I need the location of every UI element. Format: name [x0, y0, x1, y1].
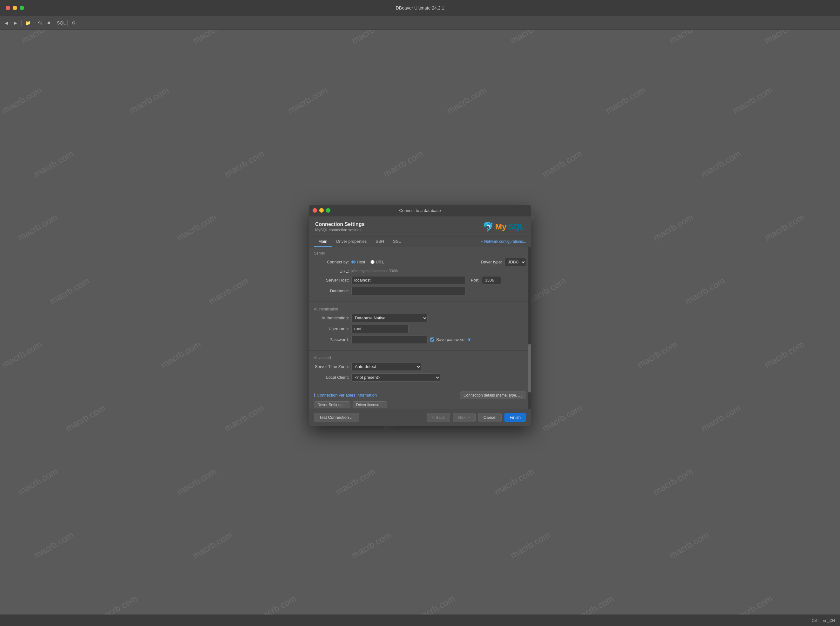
url-label: URL: — [314, 269, 349, 274]
window-controls[interactable] — [6, 6, 24, 10]
username-label: Username: — [314, 326, 349, 331]
statusbar-timezone: CST — [812, 618, 819, 623]
connect-by-radio-group: Host URL — [351, 260, 384, 264]
server-host-field: Port: — [351, 276, 526, 285]
connect-by-field: Host URL Driver type: JDBC — [351, 258, 526, 266]
port-input[interactable] — [482, 276, 501, 285]
url-field: jdbc:mysql://localhost:3306/ — [351, 269, 526, 273]
section-divider-2 — [309, 350, 531, 351]
mysql-logo-sql: SQL — [508, 222, 525, 232]
radio-url-label[interactable]: URL — [376, 260, 384, 264]
titlebar: DBeaver Ultimate 24.2.1 — [0, 0, 840, 16]
app-title: DBeaver Ultimate 24.2.1 — [396, 5, 444, 11]
advanced-section: Advanced Server Time Zone: Auto-detect U… — [309, 352, 531, 387]
server-section-label: Server — [314, 250, 526, 255]
local-client-select[interactable]: <not present> — [351, 373, 440, 382]
server-tz-row: Server Time Zone: Auto-detect UTC — [314, 363, 526, 371]
dialog-minimize-button[interactable] — [319, 208, 324, 213]
password-label: Password: — [314, 337, 349, 342]
connection-vars-link[interactable]: ℹ Connection variables information — [314, 393, 377, 398]
connection-settings-title: Connection Settings — [315, 221, 365, 227]
password-input[interactable] — [351, 336, 428, 344]
driver-type-label: Driver type: — [481, 260, 502, 264]
connect-dialog: Connect to a database Connection Setting… — [309, 205, 531, 426]
scrollbar-track[interactable] — [528, 247, 531, 408]
info-icon: ℹ — [314, 393, 316, 398]
database-field — [351, 287, 526, 295]
tab-ssh[interactable]: SSH — [371, 236, 388, 247]
save-password-label[interactable]: Save password — [436, 337, 465, 342]
back-button[interactable]: < Back — [427, 413, 450, 422]
local-client-row: Local Client: <not present> — [314, 373, 526, 382]
dialog-content: Server Connect by: Host URL — [309, 247, 531, 408]
tab-main[interactable]: Main — [314, 236, 332, 247]
tabs-left: Main Driver properties SSH SSL — [314, 236, 405, 247]
username-field — [351, 325, 526, 333]
maximize-button[interactable] — [20, 6, 24, 10]
auth-section-label: Authentication — [314, 306, 526, 311]
driver-settings-button[interactable]: Driver Settings ... — [314, 401, 350, 408]
auth-type-row: Authentication: Database Native No auth … — [314, 314, 526, 322]
connection-details-button[interactable]: Connection details (name, type, ...) — [460, 391, 526, 399]
tab-driver-properties[interactable]: Driver properties — [332, 236, 371, 247]
dialog-maximize-button[interactable] — [326, 208, 330, 213]
auth-type-label: Authentication: — [314, 316, 349, 320]
server-tz-select[interactable]: Auto-detect UTC — [351, 363, 421, 371]
dialog-tabs: Main Driver properties SSH SSL + Network… — [309, 236, 531, 247]
radio-url[interactable]: URL — [371, 260, 384, 264]
bottom-links-row: ℹ Connection variables information Conne… — [309, 390, 531, 401]
dialog-footer: Test Connection ... < Back Next > Cancel… — [309, 408, 531, 426]
radio-host[interactable]: Host — [351, 260, 365, 264]
driver-license-button[interactable]: Driver license ... — [353, 401, 387, 408]
url-value: jdbc:mysql://localhost:3306/ — [351, 269, 398, 273]
local-client-label: Local Client: — [314, 375, 349, 380]
server-host-label: Server Host: — [314, 278, 349, 282]
mysql-logo: 🐬 MySQL — [483, 221, 525, 232]
save-password-checkbox-row: Save password — [430, 337, 465, 342]
partial-buttons-row: Driver Settings ... Driver license ... — [309, 401, 531, 408]
network-config-link[interactable]: + Network configurations... — [481, 239, 526, 244]
dialog-window-controls[interactable] — [313, 208, 330, 213]
dialog-overlay: Connect to a database Connection Setting… — [0, 16, 840, 615]
advanced-section-label: Advanced — [314, 354, 526, 360]
dialog-header-left: Connection Settings MySQL connection set… — [315, 221, 365, 232]
server-host-input[interactable] — [351, 276, 466, 285]
mysql-logo-text: My — [495, 222, 507, 232]
password-row: Password: Save password 👁 — [314, 336, 526, 344]
password-eye-icon[interactable]: 👁 — [467, 337, 471, 342]
local-client-field: <not present> — [351, 373, 526, 382]
statusbar: CST en_CN — [0, 615, 840, 626]
radio-host-input[interactable] — [351, 260, 355, 264]
database-input[interactable] — [351, 287, 466, 295]
radio-url-input[interactable] — [371, 260, 375, 264]
minimize-button[interactable] — [13, 6, 17, 10]
next-button[interactable]: Next > — [453, 413, 476, 422]
finish-button[interactable]: Finish — [504, 413, 526, 422]
scrollbar-thumb[interactable] — [528, 344, 531, 392]
url-row: URL: jdbc:mysql://localhost:3306/ — [314, 269, 526, 274]
dialog-header: Connection Settings MySQL connection set… — [309, 216, 531, 236]
cancel-button[interactable]: Cancel — [478, 413, 502, 422]
auth-type-select[interactable]: Database Native No auth Username and pas… — [351, 314, 428, 322]
database-label: Database: — [314, 288, 349, 293]
port-label: Port: — [471, 278, 479, 282]
save-password-checkbox[interactable] — [430, 338, 434, 341]
connection-vars-text[interactable]: Connection variables information — [317, 393, 377, 398]
server-tz-field: Auto-detect UTC — [351, 363, 526, 371]
username-input[interactable] — [351, 325, 408, 333]
connection-settings-subtitle: MySQL connection settings — [315, 228, 365, 232]
radio-host-label[interactable]: Host — [357, 260, 365, 264]
test-connection-button[interactable]: Test Connection ... — [314, 413, 359, 422]
driver-type-group: Driver type: JDBC — [481, 258, 526, 266]
dialog-close-button[interactable] — [313, 208, 317, 213]
section-divider-3 — [309, 388, 531, 388]
connect-by-label: Connect by: — [314, 260, 349, 264]
driver-type-select[interactable]: JDBC — [505, 258, 526, 266]
dialog-title: Connect to a database — [399, 208, 441, 213]
close-button[interactable] — [6, 6, 10, 10]
connect-by-row: Connect by: Host URL — [314, 258, 526, 266]
statusbar-locale: en_CN — [823, 618, 835, 623]
username-row: Username: — [314, 325, 526, 333]
server-section: Server Connect by: Host URL — [309, 247, 531, 300]
tab-ssl[interactable]: SSL — [388, 236, 405, 247]
